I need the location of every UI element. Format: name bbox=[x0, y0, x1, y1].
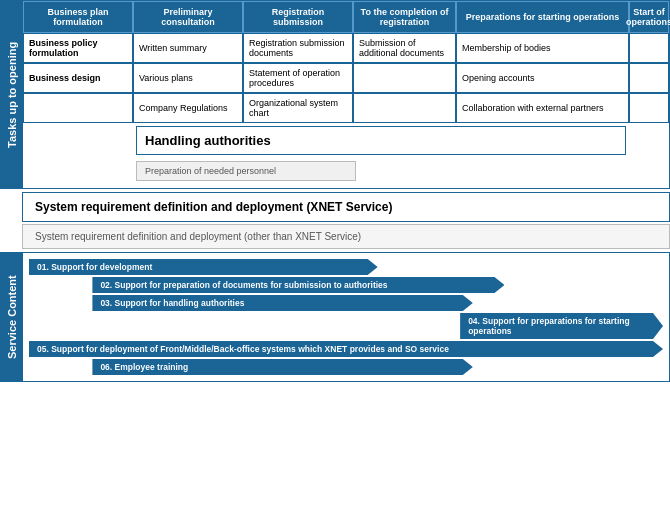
main-container: Tasks up to opening Business plan formul… bbox=[0, 0, 670, 382]
bar5-row: 05. Support for deployment of Front/Midd… bbox=[29, 341, 663, 357]
header-col4: To the completion of registration bbox=[353, 1, 456, 33]
r3c4-empty bbox=[353, 93, 456, 123]
row2: Business design Various plans Statement … bbox=[23, 63, 669, 93]
r2c2: Various plans bbox=[133, 63, 243, 93]
bar3: 03. Support for handling authorities bbox=[92, 295, 472, 311]
r1c3: Registration submission documents bbox=[243, 33, 353, 63]
r2c6 bbox=[629, 63, 669, 93]
header-col2: Preliminary consultation bbox=[133, 1, 243, 33]
r3c3: Organizational system chart bbox=[243, 93, 353, 123]
bar6-row: 06. Employee training bbox=[29, 359, 663, 375]
bar1-row: 01. Support for development bbox=[29, 259, 663, 275]
handling-right-spacer bbox=[629, 123, 669, 158]
service-section: Service Content 01. Support for developm… bbox=[0, 252, 670, 382]
handling-spacer bbox=[23, 123, 133, 158]
bar6-offset bbox=[29, 359, 92, 375]
service-content: 01. Support for development 02. Support … bbox=[23, 253, 669, 381]
r3c2: Company Regulations bbox=[133, 93, 243, 123]
header-col1: Business plan formulation bbox=[23, 1, 133, 33]
handling-text: Handling authorities bbox=[136, 126, 626, 155]
tasks-section: Tasks up to opening Business plan formul… bbox=[0, 0, 670, 189]
bar6: 06. Employee training bbox=[92, 359, 472, 375]
r3c5c: Collaboration with external partners bbox=[456, 93, 629, 123]
r2c4-empty bbox=[353, 63, 456, 93]
bar3-offset bbox=[29, 295, 92, 311]
system-gray: System requirement definition and deploy… bbox=[22, 224, 670, 249]
tasks-content: Business plan formulation Preliminary co… bbox=[23, 1, 669, 188]
bar4: 04. Support for preparations for startin… bbox=[460, 313, 663, 339]
bar4-row: 04. Support for preparations for startin… bbox=[29, 313, 663, 339]
r3c6 bbox=[629, 93, 669, 123]
header-col3: Registration submission bbox=[243, 1, 353, 33]
bar5: 05. Support for deployment of Front/Midd… bbox=[29, 341, 663, 357]
prep-row: Preparation of needed personnel bbox=[23, 158, 669, 184]
bar2: 02. Support for preparation of documents… bbox=[92, 277, 504, 293]
r2c3: Statement of operation procedures bbox=[243, 63, 353, 93]
r1c1: Business policy formulation bbox=[23, 33, 133, 63]
row3: Company Regulations Organizational syste… bbox=[23, 93, 669, 123]
bar3-row: 03. Support for handling authorities bbox=[29, 295, 663, 311]
prep-right-spacer bbox=[359, 158, 669, 184]
r1c5a: Membership of bodies bbox=[456, 33, 629, 63]
r1c6 bbox=[629, 33, 669, 63]
r1c2: Written summary bbox=[133, 33, 243, 63]
r3c1-empty bbox=[23, 93, 133, 123]
handling-row: Handling authorities bbox=[23, 123, 669, 158]
r2c5b: Opening accounts bbox=[456, 63, 629, 93]
bar1: 01. Support for development bbox=[29, 259, 378, 275]
system-blue: System requirement definition and deploy… bbox=[22, 192, 670, 222]
r1c4: Submission of additional documents bbox=[353, 33, 456, 63]
service-label: Service Content bbox=[1, 253, 23, 381]
header-col6: Start of operations bbox=[629, 1, 669, 33]
prep-text: Preparation of needed personnel bbox=[136, 161, 356, 181]
prep-spacer bbox=[23, 158, 133, 184]
r2c1: Business design bbox=[23, 63, 133, 93]
tasks-label: Tasks up to opening bbox=[1, 1, 23, 188]
row1: Business policy formulation Written summ… bbox=[23, 33, 669, 63]
bar2-row: 02. Support for preparation of documents… bbox=[29, 277, 663, 293]
header-row: Business plan formulation Preliminary co… bbox=[23, 1, 669, 33]
bar2-offset bbox=[29, 277, 92, 293]
header-col5: Preparations for starting operations bbox=[456, 1, 629, 33]
